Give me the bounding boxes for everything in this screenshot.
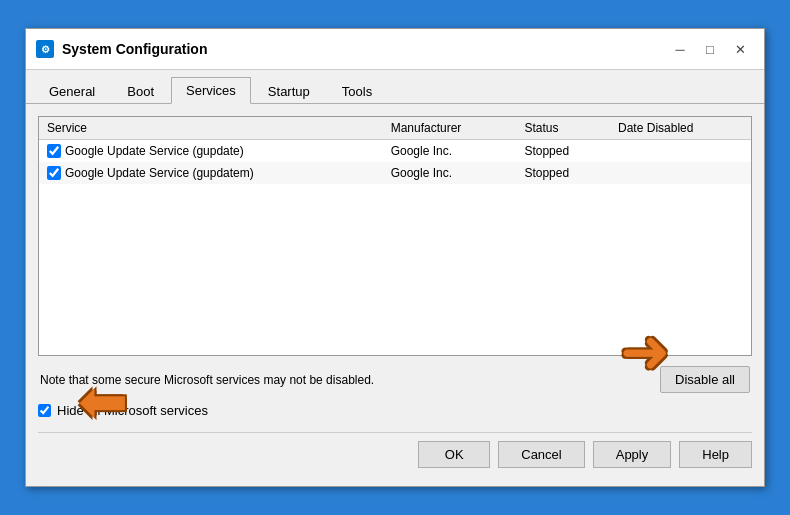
title-bar-left: ⚙ System Configuration [36,40,207,58]
col-header-date-disabled: Date Disabled [610,117,751,140]
service-checkbox-gupdate[interactable] [47,144,61,158]
system-configuration-window: ⚙ System Configuration ─ □ ✕ General Boo… [25,28,765,487]
apply-button[interactable]: Apply [593,441,672,468]
col-header-service: Service [39,117,383,140]
title-bar-controls: ─ □ ✕ [666,37,754,61]
service-name-cell-2: Google Update Service (gupdatem) [39,162,383,184]
service-name-gupdatem: Google Update Service (gupdatem) [65,166,254,180]
ok-button[interactable]: OK [418,441,490,468]
table-row: Google Update Service (gupdatem) Google … [39,162,751,184]
col-header-manufacturer: Manufacturer [383,117,517,140]
tab-services[interactable]: Services [171,77,251,104]
tab-general[interactable]: General [34,77,110,104]
service-date-gupdate [610,140,751,163]
service-table-body: Google Update Service (gupdate) Google I… [39,140,751,185]
help-button[interactable]: Help [679,441,752,468]
table-row: Google Update Service (gupdate) Google I… [39,140,751,163]
window-title: System Configuration [62,41,207,57]
left-arrow-icon: ⬅ [78,366,128,436]
content-wrapper: PCL Service Manufacturer Status Date Dis… [38,116,752,474]
footer-buttons: OK Cancel Apply Help [38,432,752,474]
service-name-gupdate: Google Update Service (gupdate) [65,144,244,158]
service-name-cell: Google Update Service (gupdate) [39,140,383,163]
disable-all-button[interactable]: Disable all [660,366,750,393]
service-status-gupdatem: Stopped [516,162,610,184]
col-header-status: Status [516,117,610,140]
title-bar: ⚙ System Configuration ─ □ ✕ [26,29,764,70]
table-header-row: Service Manufacturer Status Date Disable… [39,117,751,140]
service-manufacturer-gupdate: Google Inc. [383,140,517,163]
hide-ms-checkbox[interactable] [38,404,51,417]
maximize-button[interactable]: □ [696,37,724,61]
app-icon: ⚙ [36,40,54,58]
minimize-button[interactable]: ─ [666,37,694,61]
right-arrow-icon: ➜ [620,316,670,386]
service-manufacturer-gupdatem: Google Inc. [383,162,517,184]
close-button[interactable]: ✕ [726,37,754,61]
service-status-gupdate: Stopped [516,140,610,163]
cancel-button[interactable]: Cancel [498,441,584,468]
tab-bar: General Boot Services Startup Tools [26,70,764,104]
service-checkbox-gupdatem[interactable] [47,166,61,180]
service-table: Service Manufacturer Status Date Disable… [39,117,751,184]
tab-tools[interactable]: Tools [327,77,387,104]
tab-startup[interactable]: Startup [253,77,325,104]
tab-boot[interactable]: Boot [112,77,169,104]
hide-ms-row: Hide all Microsoft services [38,403,752,418]
tab-content: PCL Service Manufacturer Status Date Dis… [26,104,764,486]
service-date-gupdatem [610,162,751,184]
